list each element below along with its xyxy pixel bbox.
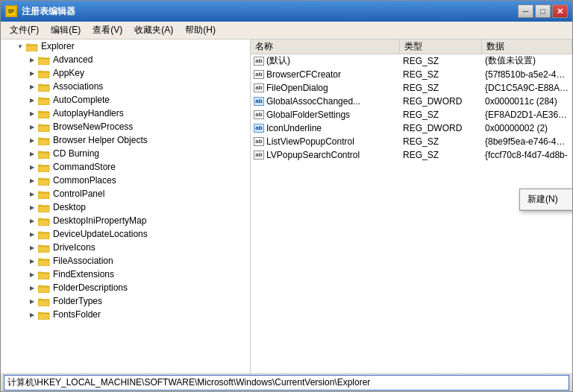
list-row[interactable]: abFileOpenDialogREG_SZ{DC1C5A9C-E88A-4dc — [251, 81, 572, 95]
list-row[interactable]: abIconUnderlineREG_DWORD0x00000002 (2) — [251, 121, 572, 135]
tree-label: DesktopIniPropertyMap — [51, 215, 146, 226]
tree-expand-icon[interactable] — [28, 95, 37, 104]
tree-item[interactable]: Browser Helper Objects — [1, 133, 250, 147]
tree-expand-icon[interactable] — [28, 109, 37, 118]
tree-item[interactable]: CommandStore — [1, 160, 250, 174]
main-content: Explorer Advanced AppKey Associations Au… — [1, 39, 572, 373]
tree-item[interactable]: CD Burning — [1, 147, 250, 160]
tree-item[interactable]: Associations — [1, 80, 250, 93]
app-icon — [5, 5, 17, 17]
menu-edit[interactable]: 编辑(E) — [45, 22, 87, 38]
list-cell-data: 0x0000011c (284) — [482, 96, 572, 107]
tree-expand-icon[interactable] — [28, 69, 37, 78]
svg-rect-10 — [38, 125, 49, 132]
tree-item[interactable]: Desktop — [1, 200, 250, 214]
context-menu-section: 新建(N) ▶ — [520, 189, 572, 210]
context-new-item[interactable]: 新建(N) ▶ — [520, 191, 572, 208]
tree-expand-icon[interactable] — [28, 297, 37, 306]
reg-icon: ab — [254, 124, 264, 133]
folder-icon — [26, 41, 38, 51]
svg-rect-12 — [38, 152, 49, 159]
list-cell-type: REG_SZ — [400, 69, 482, 80]
tree-expand-icon[interactable] — [28, 216, 37, 225]
tree-expand-icon[interactable] — [28, 176, 37, 185]
list-row[interactable]: abListViewPopupControlREG_SZ{8be9f5ea-e7… — [251, 135, 572, 148]
folder-icon — [38, 296, 50, 306]
list-row[interactable]: abLVPopupSearchControlREG_SZ{fccf70c8-f4… — [251, 148, 572, 162]
list-cell-name: abListViewPopupControl — [251, 136, 400, 147]
tree-item[interactable]: FolderTypes — [1, 294, 250, 308]
tree-item[interactable]: AppKey — [1, 66, 250, 80]
tree-expand-icon[interactable] — [28, 136, 37, 145]
context-menu: 新建(N) ▶ 项(K) 字符串值(S) 二进制值(B) DWORD (32-位… — [519, 189, 572, 211]
tree-expand-icon[interactable] — [28, 149, 37, 158]
folder-icon — [38, 68, 50, 78]
tree-expand-icon[interactable] — [28, 82, 37, 91]
tree-label: Advanced — [51, 54, 93, 65]
list-row[interactable]: abGlobalFolderSettingsREG_SZ{EF8AD2D1-AE… — [251, 108, 572, 121]
reg-icon: ab — [254, 110, 264, 119]
menu-view[interactable]: 查看(V) — [87, 22, 128, 38]
tree-item[interactable]: FindExtensions — [1, 268, 250, 281]
list-cell-data: {fccf70c8-f4d7-4d8b- — [482, 150, 572, 160]
list-row[interactable]: abGlobalAssocChanged...REG_DWORD0x000001… — [251, 95, 572, 108]
tree-item[interactable]: BrowseNewProcess — [1, 120, 250, 133]
svg-rect-11 — [38, 139, 49, 145]
list-body[interactable]: ab(默认)REG_SZ(数值未设置)abBrowserCFCreatorREG… — [251, 54, 572, 373]
folder-icon — [38, 269, 50, 279]
list-row[interactable]: abBrowserCFCreatorREG_SZ{57f8510b-a5e2-4… — [251, 68, 572, 81]
list-cell-name-text: GlobalFolderSettings — [266, 110, 350, 120]
tree-item[interactable]: Explorer — [1, 39, 250, 53]
folder-icon — [38, 108, 50, 118]
tree-label: FolderTypes — [51, 296, 102, 306]
menu-favorites[interactable]: 收藏夹(A) — [128, 22, 179, 38]
tree-item[interactable]: DeviceUpdateLocations — [1, 227, 250, 241]
main-window: 注册表编辑器 ─ □ ✕ 文件(F) 编辑(E) 查看(V) 收藏夹(A) 帮助… — [0, 0, 573, 392]
tree-expand-icon[interactable] — [16, 42, 25, 51]
menu-file[interactable]: 文件(F) — [4, 22, 45, 38]
tree-item[interactable]: DriveIcons — [1, 241, 250, 254]
tree-expand-icon[interactable] — [28, 310, 37, 319]
tree-panel[interactable]: Explorer Advanced AppKey Associations Au… — [1, 39, 251, 373]
tree-item[interactable]: FileAssociation — [1, 254, 250, 268]
restore-button[interactable]: □ — [535, 4, 551, 18]
list-cell-type: REG_SZ — [400, 150, 482, 160]
close-button[interactable]: ✕ — [552, 4, 568, 18]
list-cell-name-text: ListViewPopupControl — [266, 136, 354, 147]
folder-icon — [38, 215, 50, 226]
reg-icon: ab — [254, 97, 264, 106]
minimize-button[interactable]: ─ — [518, 4, 533, 18]
tree-expand-icon[interactable] — [28, 55, 37, 64]
tree-expand-icon[interactable] — [28, 283, 37, 292]
tree-item[interactable]: ControlPanel — [1, 187, 250, 200]
tree-item[interactable]: DesktopIniPropertyMap — [1, 214, 250, 227]
tree-expand-icon[interactable] — [28, 162, 37, 171]
list-row[interactable]: ab(默认)REG_SZ(数值未设置) — [251, 54, 572, 68]
tree-expand-icon[interactable] — [28, 270, 37, 279]
tree-label: CommonPlaces — [51, 175, 116, 186]
tree-expand-icon[interactable] — [28, 189, 37, 198]
list-cell-name-text: GlobalAssocChanged... — [266, 96, 360, 107]
tree-expand-icon[interactable] — [28, 122, 37, 131]
tree-expand-icon[interactable] — [28, 230, 37, 238]
list-cell-type: REG_SZ — [400, 83, 482, 93]
list-cell-name: abFileOpenDialog — [251, 83, 400, 93]
tree-item[interactable]: FontsFolder — [1, 308, 250, 321]
list-cell-data: {EF8AD2D1-AE36-11D — [482, 110, 572, 120]
tree-item[interactable]: CommonPlaces — [1, 174, 250, 187]
tree-expand-icon[interactable] — [28, 256, 37, 265]
list-cell-name: abIconUnderline — [251, 123, 400, 133]
tree-label: DriveIcons — [51, 242, 96, 253]
svg-rect-16 — [38, 206, 49, 212]
list-cell-name: abGlobalAssocChanged... — [251, 96, 400, 107]
tree-item[interactable]: AutoplayHandlers — [1, 107, 250, 120]
tree-item[interactable]: FolderDescriptions — [1, 281, 250, 294]
tree-expand-icon[interactable] — [28, 203, 37, 212]
list-cell-name-text: (默认) — [266, 54, 290, 67]
tree-label: FindExtensions — [51, 269, 114, 279]
tree-expand-icon[interactable] — [28, 243, 37, 252]
tree-item[interactable]: AutoComplete — [1, 93, 250, 107]
svg-rect-14 — [38, 179, 49, 186]
menu-help[interactable]: 帮助(H) — [179, 22, 222, 38]
tree-item[interactable]: Advanced — [1, 53, 250, 66]
